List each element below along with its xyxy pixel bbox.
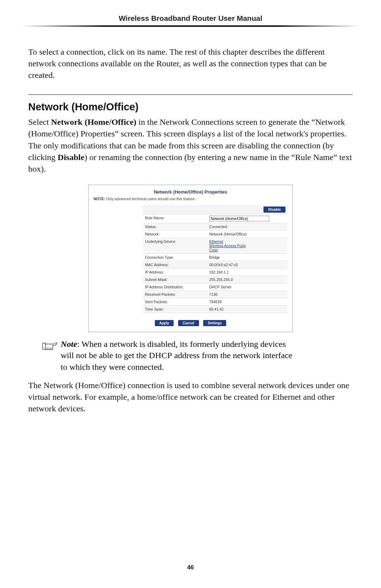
row-value: Bridge xyxy=(207,253,288,261)
row-value: Network (Home/Office) xyxy=(207,230,288,238)
dhcp-text: DHCP xyxy=(149,351,172,360)
note-body: Note: When a network is disabled, its fo… xyxy=(61,338,296,373)
section-paragraph: Select Network (Home/Office) in the Netw… xyxy=(28,116,353,175)
row-label: Network: xyxy=(143,230,207,238)
disable-row: Disable xyxy=(143,205,288,214)
bold-text: Disable xyxy=(58,153,84,162)
svg-rect-0 xyxy=(43,343,46,349)
row-value: DHCP Server xyxy=(207,283,288,290)
bold-text: Network (Home/Office) xyxy=(51,117,137,127)
row-value: Ethernet Wireless Access Point Coax xyxy=(207,238,288,253)
table-row: MAC Address: 00:0f:b3:a2:d7:c6 xyxy=(143,261,288,268)
properties-panel: Network (Home/Office) Properties NOTE: O… xyxy=(88,185,293,332)
disable-button[interactable]: Disable xyxy=(264,207,285,213)
table-row: Status: Connected xyxy=(143,223,288,230)
note-label: NOTE: xyxy=(93,197,105,201)
properties-table: Disable Rule Name: Status: Connected Net… xyxy=(143,205,288,313)
table-row: Connection Type: Bridge xyxy=(143,253,288,261)
table-row: Network: Network (Home/Office) xyxy=(143,230,288,238)
row-label: Status: xyxy=(143,223,207,230)
rule-name-row: Rule Name: xyxy=(143,214,288,223)
header-divider xyxy=(21,25,360,27)
note-block: Note: When a network is disabled, its fo… xyxy=(42,338,296,373)
table-row: Time Span: 66:41:42 xyxy=(143,305,288,313)
row-value: 66:41:42 xyxy=(207,305,288,313)
section-divider xyxy=(28,94,353,95)
row-label: IP Address: xyxy=(143,268,207,276)
device-link[interactable]: Coax xyxy=(209,248,218,252)
panel-note: NOTE: Only advanced technical users shou… xyxy=(93,197,288,201)
apply-button[interactable]: Apply xyxy=(155,320,174,326)
device-link[interactable]: Wireless Access Point xyxy=(209,244,246,248)
row-value: 7138 xyxy=(207,290,288,298)
table-row: IP Address: 192.168.1.1 xyxy=(143,268,288,276)
closing-paragraph: The Network (Home/Office) connection is … xyxy=(28,380,353,415)
table-row: Sent Packets: 794639 xyxy=(143,298,288,305)
row-label: Connection Type: xyxy=(143,253,207,261)
note-prefix: Note xyxy=(61,339,77,349)
panel-footer: Apply Cancel Settings xyxy=(93,319,288,326)
page-number: 46 xyxy=(0,564,381,571)
table-row: Subnet Mask: 255.255.255.0 xyxy=(143,276,288,283)
row-label: Time Span: xyxy=(143,305,207,313)
table-row: Underlying Device: Ethernet Wireless Acc… xyxy=(143,238,288,253)
note-text: Only advanced technical users should use… xyxy=(105,197,196,201)
row-value: 00:0f:b3:a2:d7:c6 xyxy=(207,261,288,268)
cancel-button[interactable]: Cancel xyxy=(178,320,199,326)
rule-name-label: Rule Name: xyxy=(143,214,207,223)
section-heading: Network (Home/Office) xyxy=(28,101,353,113)
panel-title: Network (Home/Office) Properties xyxy=(93,189,288,195)
row-value: 794639 xyxy=(207,298,288,305)
text: Select xyxy=(28,117,51,127)
rule-name-input[interactable] xyxy=(209,216,269,221)
row-label: Subnet Mask: xyxy=(143,276,207,283)
manual-header: Wireless Broadband Router User Manual xyxy=(28,14,353,23)
row-label: IP Address Distribution: xyxy=(143,283,207,290)
row-label: Underlying Device: xyxy=(143,238,207,253)
pointing-hand-icon xyxy=(42,340,57,353)
row-label: Received Packets: xyxy=(143,290,207,298)
row-label: MAC Address: xyxy=(143,261,207,268)
device-link[interactable]: Ethernet xyxy=(209,239,223,244)
row-label: Sent Packets: xyxy=(143,298,207,305)
row-value: 255.255.255.0 xyxy=(207,276,288,283)
table-row: IP Address Distribution: DHCP Server xyxy=(143,283,288,290)
settings-button[interactable]: Settings xyxy=(203,320,226,326)
table-row: Received Packets: 7138 xyxy=(143,290,288,298)
row-value: 192.168.1.1 xyxy=(207,268,288,276)
row-value-status: Connected xyxy=(207,223,288,230)
intro-paragraph: To select a connection, click on its nam… xyxy=(28,46,353,81)
